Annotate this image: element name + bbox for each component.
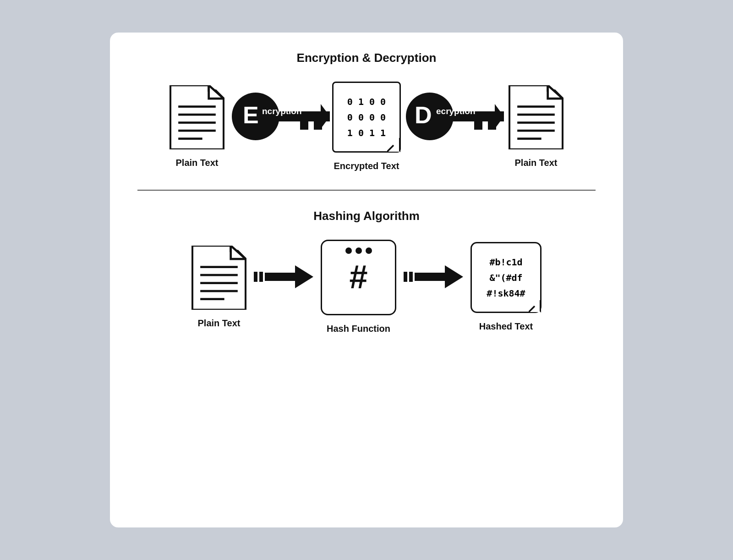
matrix-row2: 0 0 0 0 <box>347 110 386 125</box>
hash-plain-text-item: Plain Text <box>191 246 246 329</box>
svg-text:D: D <box>415 102 432 128</box>
document-icon-hash <box>191 246 246 310</box>
svg-rect-40 <box>404 272 407 282</box>
svg-text:ncryption: ncryption <box>262 106 302 116</box>
svg-rect-36 <box>254 272 257 282</box>
svg-rect-38 <box>265 273 298 281</box>
hashed-text-item: #b!c1d &"(#df #!sk84# Hashed Text <box>470 242 542 332</box>
svg-text:ecryption: ecryption <box>436 106 476 116</box>
thick-arrow-2-icon <box>404 261 463 293</box>
svg-marker-39 <box>295 265 313 288</box>
svg-rect-37 <box>259 272 263 282</box>
hashed-output-box: #b!c1d &"(#df #!sk84# <box>470 242 542 313</box>
encrypted-text-label: Encrypted Text <box>334 161 399 171</box>
svg-marker-23 <box>548 85 563 99</box>
dot-1 <box>345 247 352 254</box>
svg-rect-18 <box>474 121 482 130</box>
svg-marker-19 <box>495 104 504 129</box>
svg-marker-1 <box>209 85 224 99</box>
matrix-row3: 1 0 1 1 <box>347 125 386 141</box>
section-divider <box>137 190 596 191</box>
hash-arrow-1 <box>254 261 313 293</box>
svg-marker-43 <box>445 265 463 288</box>
plain-text-left-label: Plain Text <box>176 158 219 168</box>
hashed-line-1: #b!c1d <box>489 254 522 270</box>
encrypted-matrix-box: 0 1 0 0 0 0 0 0 1 0 1 1 <box>332 82 401 153</box>
dot-3 <box>366 247 372 254</box>
matrix-row1: 0 1 0 0 <box>347 94 386 110</box>
document-icon-left <box>170 85 224 149</box>
decryption-key-wrap: D ecryption <box>403 91 504 142</box>
hash-function-label: Hash Function <box>327 324 390 334</box>
svg-marker-11 <box>321 104 330 129</box>
plain-text-right-item: Plain Text <box>509 85 563 168</box>
hash-box-dots <box>345 247 372 254</box>
svg-rect-42 <box>415 273 448 281</box>
svg-rect-10 <box>300 121 308 130</box>
plain-text-right-label: Plain Text <box>515 158 558 168</box>
decryption-key-icon: D ecryption <box>403 91 504 142</box>
encryption-title: Encryption & Decryption <box>137 51 596 65</box>
hashing-title: Hashing Algorithm <box>137 209 596 223</box>
encrypted-text-item: 0 1 0 0 0 0 0 0 1 0 1 1 Encrypted Text <box>332 82 401 171</box>
main-card: Encryption & Decryption Plain Text <box>110 33 623 527</box>
dot-2 <box>356 247 362 254</box>
svg-rect-41 <box>409 272 413 282</box>
encryption-key-wrap: E ncryption <box>229 91 330 142</box>
hash-function-box: # <box>321 240 396 315</box>
document-icon-right <box>509 85 563 149</box>
thick-arrow-1-icon <box>254 261 313 293</box>
hash-symbol: # <box>349 260 367 293</box>
hashed-text-label: Hashed Text <box>479 321 533 332</box>
encryption-diagram-row: Plain Text E ncryption <box>137 82 596 171</box>
svg-text:E: E <box>243 102 259 128</box>
hash-function-item: # Hash Function <box>321 240 396 334</box>
svg-marker-30 <box>231 246 246 259</box>
hash-plain-text-label: Plain Text <box>198 318 241 329</box>
encryption-key-icon: E ncryption <box>229 91 330 142</box>
hashed-line-3: #!sk84# <box>487 285 525 301</box>
hashing-diagram-row: Plain Text <box>137 240 596 334</box>
hashed-line-2: &"(#df <box>489 270 522 285</box>
encryption-section: Encryption & Decryption Plain Text <box>137 51 596 171</box>
plain-text-left-item: Plain Text <box>170 85 224 168</box>
hash-arrow-2 <box>404 261 463 293</box>
hashing-section: Hashing Algorithm Plain Text <box>137 209 596 334</box>
